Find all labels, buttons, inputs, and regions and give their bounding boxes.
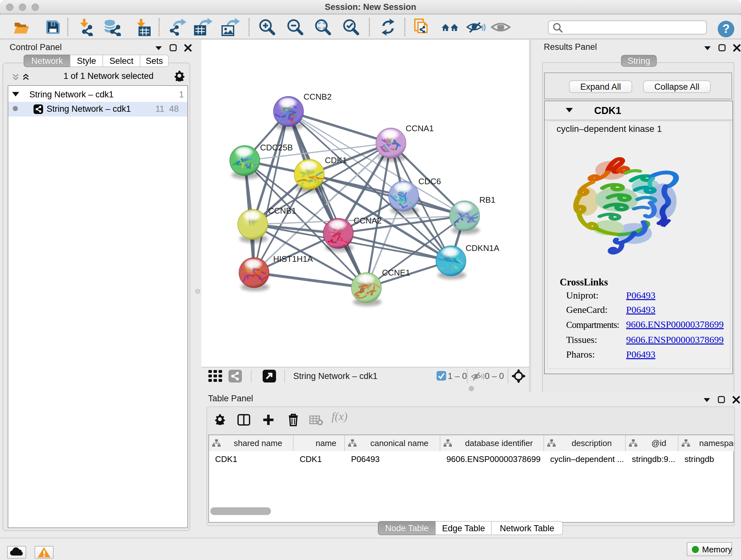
svg-text:CDKN1A: CDKN1A [466, 243, 499, 253]
svg-text:CCNA1: CCNA1 [406, 124, 434, 133]
svg-text:CCNE1: CCNE1 [382, 268, 410, 277]
svg-text:CCNB1: CCNB1 [268, 206, 296, 215]
svg-text:CDK1: CDK1 [325, 155, 347, 165]
svg-text:CCNA2: CCNA2 [354, 216, 382, 226]
svg-text:CCNB2: CCNB2 [304, 92, 332, 102]
svg-text:CDC25B: CDC25B [260, 143, 293, 152]
svg-text:HIST1H1A: HIST1H1A [273, 254, 313, 264]
svg-text:RB1: RB1 [479, 195, 495, 205]
svg-text:CDC6: CDC6 [418, 177, 441, 186]
